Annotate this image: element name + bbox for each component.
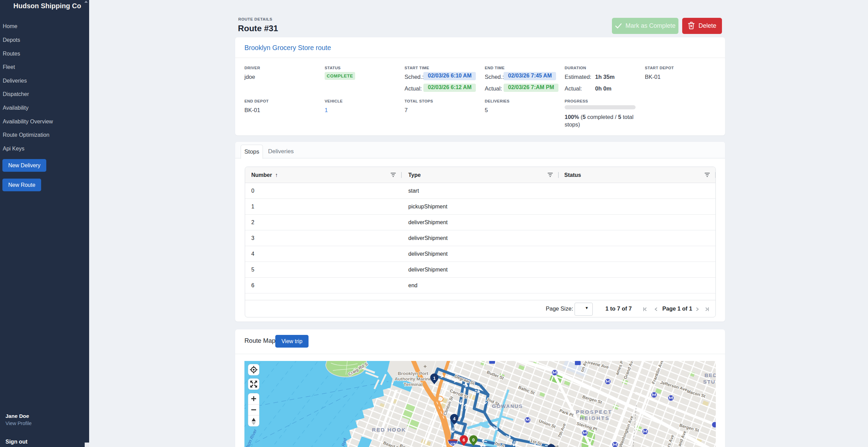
svg-text:1: 1	[433, 376, 435, 381]
svg-text:0: 0	[472, 437, 474, 443]
svg-text:4: 4	[453, 416, 456, 421]
svg-text:Brooklyn Port: Brooklyn Port	[398, 371, 429, 376]
svg-text:GOWANUS: GOWANUS	[492, 403, 523, 409]
svg-text:6: 6	[462, 437, 465, 443]
svg-text:HEIGHTS: HEIGHTS	[580, 415, 610, 421]
svg-text:STUY: STUY	[703, 379, 716, 385]
svg-text:RED HOOK: RED HOOK	[372, 427, 406, 433]
svg-text:PROSPECT: PROSPECT	[576, 409, 613, 415]
svg-text:BED: BED	[704, 372, 716, 378]
svg-text:278: 278	[450, 442, 456, 446]
svg-text:Authority Marine: Authority Marine	[395, 376, 432, 382]
svg-text:Terminal: Terminal	[403, 382, 422, 387]
